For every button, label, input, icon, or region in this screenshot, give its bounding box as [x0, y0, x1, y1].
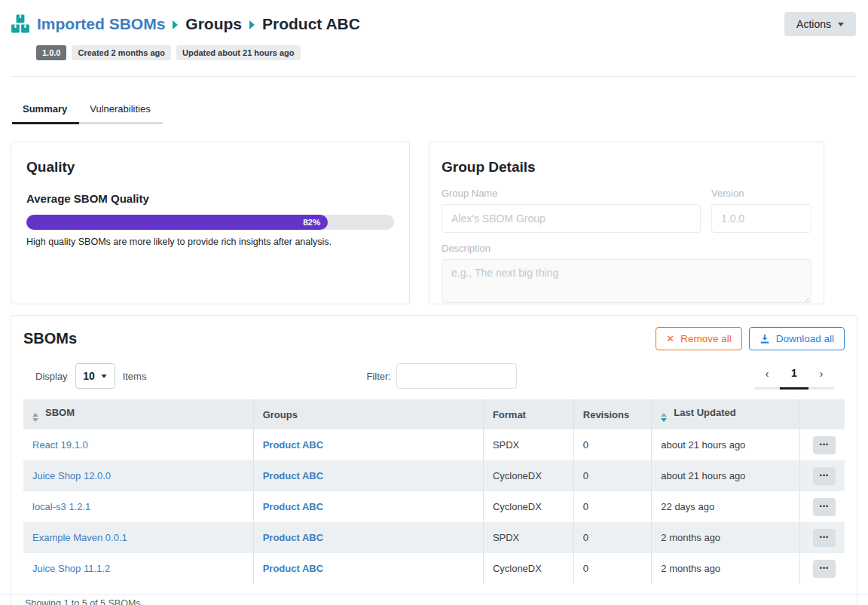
- table-row: Juice Shop 11.1.2Product ABCCycloneDX02 …: [23, 553, 845, 584]
- revisions-cell: 0: [573, 429, 652, 460]
- format-cell: SPDX: [483, 429, 573, 460]
- group-link[interactable]: Product ABC: [263, 470, 323, 481]
- quality-progress-fill: 82%: [26, 215, 328, 230]
- row-menu-button[interactable]: •••: [813, 498, 836, 516]
- filter-input[interactable]: [396, 363, 517, 389]
- revisions-cell: 0: [573, 522, 652, 553]
- format-cell: SPDX: [483, 522, 573, 553]
- column-label: Format: [493, 409, 526, 420]
- description-textarea[interactable]: [442, 259, 811, 303]
- version-badge: 1.0.0: [36, 45, 66, 60]
- row-menu-button[interactable]: •••: [813, 467, 836, 485]
- table-row: Example Maven 0.0.1Product ABCSPDX02 mon…: [23, 522, 845, 553]
- sbom-link[interactable]: Example Maven 0.0.1: [32, 532, 127, 543]
- summary-cards-row: Quality Average SBOM Quality 82% High qu…: [11, 142, 868, 304]
- page-header: Imported SBOMs Groups Product ABC Action…: [0, 0, 868, 77]
- table-footer-text: Showing 1 to 5 of 5 SBOMs: [23, 598, 845, 605]
- page-size-value: 10: [83, 370, 95, 382]
- caret-down-icon: [838, 23, 844, 26]
- next-page-button[interactable]: ›: [808, 362, 834, 390]
- quality-title: Quality: [26, 159, 394, 176]
- ellipsis-icon: •••: [820, 503, 829, 510]
- ellipsis-icon: •••: [820, 472, 829, 479]
- column-label: Revisions: [583, 409, 629, 420]
- quality-subtitle: Average SBOM Quality: [26, 192, 394, 205]
- actions-button[interactable]: Actions: [784, 12, 856, 36]
- last-updated-cell: about 21 hours ago: [652, 460, 799, 491]
- group-link[interactable]: Product ABC: [263, 563, 323, 574]
- description-label: Description: [442, 243, 811, 254]
- version-field-group: Version: [711, 188, 811, 233]
- sboms-title: SBOMs: [23, 330, 77, 347]
- x-icon: ✕: [666, 333, 674, 344]
- column-header-sbom[interactable]: SBOM: [23, 399, 253, 429]
- updated-badge: Updated about 21 hours ago: [176, 45, 301, 60]
- format-cell: CycloneDX: [483, 460, 573, 491]
- breadcrumb-root-link[interactable]: Imported SBOMs: [37, 15, 165, 33]
- sboms-card: SBOMs ✕ Remove all Download all Display …: [11, 315, 857, 605]
- table-row: React 19.1.0Product ABCSPDX0about 21 hou…: [23, 429, 845, 460]
- breadcrumb: Imported SBOMs Groups Product ABC Action…: [11, 12, 856, 36]
- column-header-revisions: Revisions: [573, 399, 652, 429]
- description-field-group: Description: [442, 243, 811, 305]
- row-menu-button[interactable]: •••: [813, 529, 836, 547]
- ellipsis-icon: •••: [820, 442, 829, 448]
- filter-label: Filter:: [366, 371, 391, 382]
- last-updated-cell: 2 months ago: [652, 522, 799, 553]
- ellipsis-icon: •••: [820, 534, 829, 541]
- group-details-title: Group Details: [442, 159, 811, 176]
- sbom-link[interactable]: Juice Shop 11.1.2: [32, 563, 110, 574]
- last-updated-cell: 22 days ago: [652, 491, 799, 522]
- badge-row: 1.0.0 Created 2 months ago Updated about…: [36, 45, 856, 60]
- group-link[interactable]: Product ABC: [263, 501, 323, 512]
- download-all-label: Download all: [776, 333, 834, 344]
- group-link[interactable]: Product ABC: [263, 439, 323, 451]
- ellipsis-icon: •••: [820, 565, 829, 572]
- breadcrumb-groups-link[interactable]: Groups: [185, 15, 242, 33]
- format-cell: CycloneDX: [483, 553, 573, 584]
- column-header-groups: Groups: [253, 399, 483, 429]
- remove-all-button[interactable]: ✕ Remove all: [656, 327, 741, 350]
- page-number[interactable]: 1: [780, 362, 808, 390]
- actions-button-label: Actions: [796, 18, 831, 30]
- last-updated-cell: 2 months ago: [652, 553, 799, 584]
- sbom-link[interactable]: local-s3 1.2.1: [32, 501, 90, 512]
- column-header-last-updated[interactable]: Last Updated: [652, 399, 799, 429]
- created-badge: Created 2 months ago: [72, 45, 171, 60]
- tab-summary[interactable]: Summary: [12, 99, 79, 124]
- boxes-icon: [11, 14, 30, 34]
- column-header-format: Format: [483, 399, 573, 429]
- tab-vulnerabilities[interactable]: Vulnerabilities: [79, 99, 162, 124]
- version-label: Version: [711, 188, 811, 199]
- sort-arrows-icon[interactable]: [661, 413, 667, 422]
- page-size-select[interactable]: 10: [75, 363, 115, 389]
- caret-down-icon: [101, 374, 106, 378]
- row-menu-button[interactable]: •••: [813, 560, 836, 578]
- version-input[interactable]: [711, 204, 811, 233]
- caret-right-icon: [249, 20, 255, 29]
- display-label: Display: [35, 371, 68, 382]
- breadcrumb-current: Product ABC: [262, 15, 360, 33]
- page-bottom-divider: [0, 594, 868, 595]
- sbom-link[interactable]: Juice Shop 12.0.0: [32, 470, 111, 481]
- column-label: Last Updated: [674, 407, 735, 418]
- last-updated-cell: about 21 hours ago: [652, 429, 799, 460]
- sbom-table-body: React 19.1.0Product ABCSPDX0about 21 hou…: [23, 429, 845, 584]
- download-all-button[interactable]: Download all: [749, 327, 845, 350]
- group-link[interactable]: Product ABC: [263, 532, 323, 543]
- row-menu-button[interactable]: •••: [813, 436, 836, 454]
- table-header-row: SBOMGroupsFormatRevisionsLast Updated: [23, 399, 845, 429]
- caret-right-icon: [173, 20, 178, 29]
- group-details-card: Group Details Group Name Version Descrip…: [429, 142, 824, 304]
- download-icon: [760, 334, 770, 344]
- sbom-link[interactable]: React 19.1.0: [32, 439, 88, 451]
- group-name-field-group: Group Name: [442, 188, 701, 233]
- sort-arrows-icon[interactable]: [32, 413, 38, 422]
- column-label: SBOM: [45, 407, 75, 418]
- column-header-actions: [799, 399, 845, 429]
- quality-card: Quality Average SBOM Quality 82% High qu…: [11, 142, 410, 304]
- quality-progress-track: 82%: [26, 215, 394, 230]
- previous-page-button[interactable]: ‹: [754, 362, 780, 390]
- group-name-input[interactable]: [442, 204, 701, 233]
- remove-all-label: Remove all: [680, 333, 732, 344]
